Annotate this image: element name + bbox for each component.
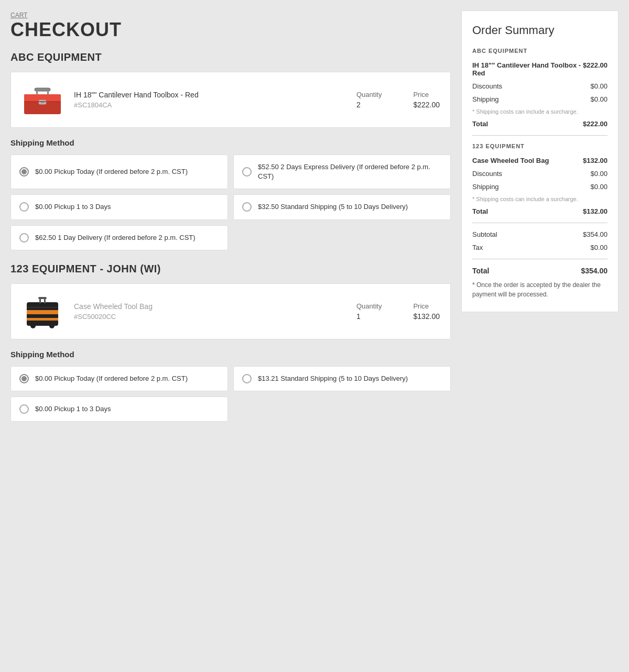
summary-total-value-abc: $222.00 bbox=[583, 120, 608, 128]
product-card-abc: IH 18"" Cantilever Hand Toolbox - Red #S… bbox=[10, 72, 451, 128]
price-label-123: Price bbox=[413, 302, 440, 310]
product-card-123: Case Wheeled Tool Bag #SC50020CC Quantit… bbox=[10, 283, 451, 339]
shipping-option-text-abc-0: $0.00 Pickup Today (If ordered before 2 … bbox=[35, 167, 188, 177]
radio-123-1[interactable] bbox=[242, 374, 252, 383]
summary-subtotal-label: Subtotal bbox=[472, 230, 497, 238]
summary-total-abc: Total $222.00 bbox=[472, 120, 608, 128]
shipping-option-text-abc-3: $32.50 Standard Shipping (5 to 10 Days D… bbox=[258, 202, 408, 212]
shipping-option-text-abc-1: $52.50 2 Days Express Delivery (If order… bbox=[258, 162, 442, 181]
summary-tax: Tax $0.00 bbox=[472, 244, 608, 251]
shipping-option-abc-0[interactable]: $0.00 Pickup Today (If ordered before 2 … bbox=[10, 155, 228, 189]
svg-rect-14 bbox=[39, 299, 41, 303]
summary-shipping-123: Shipping $0.00 bbox=[472, 183, 608, 191]
summary-shipping-abc: Shipping $0.00 bbox=[472, 95, 608, 103]
order-summary: Order Summary ABC EQUIPMENT IH 18"" Cant… bbox=[461, 10, 619, 312]
shipping-option-abc-1[interactable]: $52.50 2 Days Express Delivery (If order… bbox=[233, 155, 451, 189]
product-sku-abc: #SC1804CA bbox=[74, 101, 346, 109]
shipping-option-text-123-0: $0.00 Pickup Today (If ordered before 2 … bbox=[35, 374, 188, 383]
order-accepted-note: * Once the order is accepted by the deal… bbox=[472, 280, 608, 299]
product-info-abc: IH 18"" Cantilever Hand Toolbox - Red #S… bbox=[74, 91, 346, 109]
summary-vendor-abc: ABC EQUIPMENT bbox=[472, 48, 608, 54]
summary-product-label-123: Case Wheeled Tool Bag bbox=[472, 157, 549, 164]
radio-123-0[interactable] bbox=[19, 374, 29, 383]
summary-divider-1 bbox=[472, 135, 608, 136]
summary-shipping-label-123: Shipping bbox=[472, 183, 499, 191]
product-name-abc: IH 18"" Cantilever Hand Toolbox - Red bbox=[74, 91, 346, 99]
radio-123-2[interactable] bbox=[19, 404, 29, 414]
summary-title: Order Summary bbox=[472, 24, 608, 37]
shipping-option-text-abc-2: $0.00 Pickup 1 to 3 Days bbox=[35, 202, 111, 212]
product-info-123: Case Wheeled Tool Bag #SC50020CC bbox=[74, 302, 346, 321]
qty-label-abc: Quantity bbox=[356, 91, 382, 98]
shipping-option-123-0[interactable]: $0.00 Pickup Today (If ordered before 2 … bbox=[10, 366, 228, 391]
summary-grand-total-label: Total bbox=[472, 267, 489, 275]
shipping-option-text-123-1: $13.21 Standard Shipping (5 to 10 Days D… bbox=[258, 374, 408, 383]
qty-label-123: Quantity bbox=[356, 302, 382, 310]
page-title: CHECKOUT bbox=[10, 19, 451, 41]
price-label-abc: Price bbox=[413, 91, 440, 98]
summary-subtotal-value: $354.00 bbox=[583, 230, 608, 238]
shipping-option-abc-2[interactable]: $0.00 Pickup 1 to 3 Days bbox=[10, 194, 228, 219]
summary-total-value-123: $132.00 bbox=[583, 207, 608, 215]
summary-product-value-123: $132.00 bbox=[583, 157, 608, 164]
svg-rect-3 bbox=[36, 90, 38, 95]
summary-total-123: Total $132.00 bbox=[472, 207, 608, 215]
shipping-option-text-123-2: $0.00 Pickup 1 to 3 Days bbox=[35, 404, 111, 414]
summary-product-value-abc: $222.00 bbox=[583, 61, 608, 77]
summary-discounts-123: Discounts $0.00 bbox=[472, 170, 608, 178]
shipping-method-title-123: Shipping Method bbox=[10, 350, 451, 359]
summary-tax-value: $0.00 bbox=[590, 244, 608, 251]
shipping-option-abc-4[interactable]: $62.50 1 Day Delivery (If ordered before… bbox=[10, 225, 228, 250]
summary-product-label-abc: IH 18"" Cantilever Hand Toolbox - Red bbox=[472, 61, 583, 77]
svg-rect-4 bbox=[47, 90, 49, 95]
summary-divider-2 bbox=[472, 223, 608, 223]
svg-rect-15 bbox=[44, 299, 46, 303]
svg-rect-11 bbox=[27, 310, 58, 314]
summary-shipping-value-123: $0.00 bbox=[590, 183, 608, 191]
product-image-bag bbox=[21, 294, 63, 328]
shipping-option-123-2[interactable]: $0.00 Pickup 1 to 3 Days bbox=[10, 396, 228, 422]
summary-grand-total: Total $354.00 bbox=[472, 267, 608, 275]
summary-discounts-value-123: $0.00 bbox=[590, 170, 608, 178]
summary-shipping-label-abc: Shipping bbox=[472, 95, 499, 103]
summary-shipping-note-abc: * Shipping costs can include a surcharge… bbox=[472, 108, 608, 115]
product-image-toolbox bbox=[21, 83, 63, 117]
summary-discounts-value-abc: $0.00 bbox=[590, 82, 608, 90]
summary-shipping-value-abc: $0.00 bbox=[590, 95, 608, 103]
summary-total-label-abc: Total bbox=[472, 120, 488, 128]
shipping-options-grid-abc: $0.00 Pickup Today (If ordered before 2 … bbox=[10, 155, 451, 220]
summary-discounts-abc: Discounts $0.00 bbox=[472, 82, 608, 90]
summary-total-label-123: Total bbox=[472, 207, 488, 215]
radio-abc-2[interactable] bbox=[19, 202, 29, 212]
shipping-option-123-1[interactable]: $13.21 Standard Shipping (5 to 10 Days D… bbox=[233, 366, 451, 391]
qty-value-123: 1 bbox=[356, 312, 361, 321]
summary-product-name-abc: IH 18"" Cantilever Hand Toolbox - Red $2… bbox=[472, 61, 608, 77]
summary-discounts-label-abc: Discounts bbox=[472, 82, 502, 90]
summary-tax-label: Tax bbox=[472, 244, 483, 251]
summary-discounts-label-123: Discounts bbox=[472, 170, 502, 178]
shipping-option-text-abc-4: $62.50 1 Day Delivery (If ordered before… bbox=[35, 233, 196, 243]
summary-vendor-123: 123 EQUIPMENT bbox=[472, 143, 608, 149]
vendor-title-123: 123 EQUIPMENT - JOHN (WI) bbox=[10, 263, 451, 275]
radio-abc-1[interactable] bbox=[242, 167, 252, 177]
summary-shipping-note-123: * Shipping costs can include a surcharge… bbox=[472, 196, 608, 202]
breadcrumb[interactable]: CART bbox=[10, 12, 27, 19]
summary-product-name-123: Case Wheeled Tool Bag $132.00 bbox=[472, 157, 608, 164]
qty-value-abc: 2 bbox=[356, 101, 361, 109]
shipping-option-abc-3[interactable]: $32.50 Standard Shipping (5 to 10 Days D… bbox=[233, 194, 451, 219]
shipping-method-title-abc: Shipping Method bbox=[10, 138, 451, 147]
summary-subtotal: Subtotal $354.00 bbox=[472, 230, 608, 238]
price-value-123: $132.00 bbox=[413, 312, 440, 321]
svg-rect-13 bbox=[38, 297, 47, 299]
radio-abc-4[interactable] bbox=[19, 233, 29, 243]
product-qty-price-abc: Quantity 2 Price $222.00 bbox=[356, 91, 440, 109]
svg-rect-12 bbox=[27, 318, 58, 321]
radio-abc-0[interactable] bbox=[19, 167, 29, 177]
product-sku-123: #SC50020CC bbox=[74, 313, 346, 321]
vendor-title-abc: ABC EQUIPMENT bbox=[10, 51, 451, 63]
radio-abc-3[interactable] bbox=[242, 202, 252, 212]
price-value-abc: $222.00 bbox=[413, 101, 440, 109]
product-qty-price-123: Quantity 1 Price $132.00 bbox=[356, 302, 440, 321]
main-content: CART CHECKOUT ABC EQUIPMENT IH 18"" bbox=[10, 10, 451, 422]
summary-grand-total-value: $354.00 bbox=[581, 267, 608, 275]
